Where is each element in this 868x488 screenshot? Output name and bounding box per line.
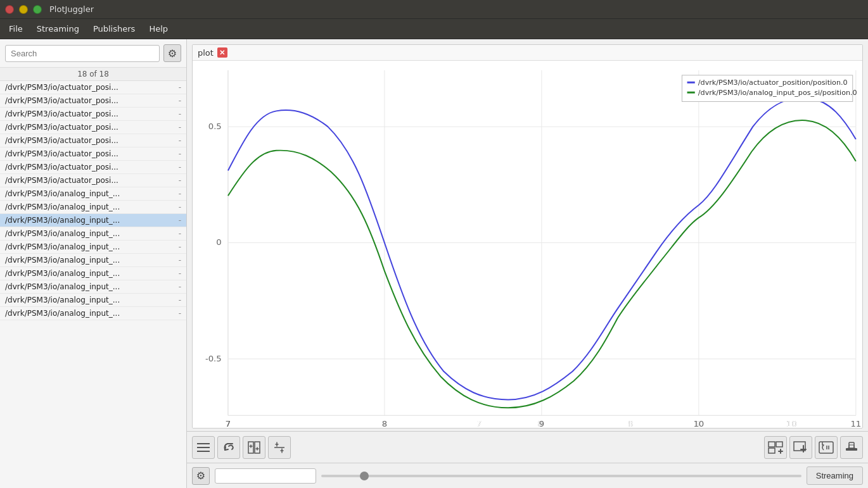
list-item-label: /dvrk/PSM3/io/analog_input_... (5, 242, 176, 251)
list-item[interactable]: /dvrk/PSM3/io/actuator_posi...- (0, 161, 186, 174)
sidebar-gear-button[interactable]: ⚙ (163, 44, 181, 62)
list-item-label: /dvrk/PSM3/io/analog_input_... (5, 229, 176, 238)
gear-icon: ⚙ (168, 47, 177, 59)
svg-text:0: 0 (216, 238, 221, 247)
list-item[interactable]: /dvrk/PSM3/io/actuator_posi...- (0, 121, 186, 134)
list-item[interactable]: /dvrk/PSM3/io/analog_input_...- (0, 201, 186, 214)
list-item[interactable]: /dvrk/PSM3/io/analog_input_...- (0, 227, 186, 241)
list-item[interactable]: /dvrk/PSM3/io/analog_input_...- (0, 267, 186, 280)
list-item-value: - (179, 269, 181, 278)
plot-title: plot (198, 48, 214, 58)
item-count: 18 of 18 (0, 68, 186, 81)
list-item-label: /dvrk/PSM3/io/actuator_posi... (5, 136, 176, 145)
plot-header: plot ✕ (193, 45, 862, 61)
list-item-label: /dvrk/PSM3/io/analog_input_... (5, 216, 176, 225)
list-item-value: - (179, 309, 181, 318)
list-item-value: - (179, 282, 181, 291)
list-item-value: - (179, 109, 181, 118)
list-view-button[interactable] (192, 436, 215, 459)
list-item-label: /dvrk/PSM3/io/actuator_posi... (5, 149, 176, 158)
list-item-value: - (179, 203, 181, 211)
add-panel-button[interactable] (764, 436, 787, 459)
add-plot-button[interactable] (789, 436, 812, 459)
chart-area: 0.5 0 -0.5 7 7 7 8 8 9 10 11 (193, 64, 862, 428)
statusbar-gear-button[interactable]: ⚙ (192, 467, 210, 485)
slider-thumb[interactable] (360, 472, 369, 480)
svg-rect-37 (687, 92, 695, 94)
split-horizontal-button[interactable] (268, 436, 291, 459)
list-item[interactable]: /dvrk/PSM3/io/analog_input_...- (0, 254, 186, 267)
svg-text:/dvrk/PSM3/io/analog_input_pos: /dvrk/PSM3/io/analog_input_pos_si/positi… (698, 89, 857, 97)
list-item-label: /dvrk/PSM3/io/actuator_posi... (5, 109, 176, 118)
list-item-label: /dvrk/PSM3/io/actuator_posi... (5, 83, 176, 92)
list-item[interactable]: /dvrk/PSM3/io/actuator_posi...- (0, 134, 186, 147)
minimize-window-button[interactable] (19, 5, 28, 14)
list-item-value: - (179, 229, 181, 238)
menu-file[interactable]: File (3, 22, 29, 36)
svg-rect-61 (819, 442, 833, 453)
menubar: File Streaming Publishers Help (0, 19, 868, 39)
list-item-value: - (179, 216, 181, 225)
add-plot-icon (793, 441, 808, 454)
list-item-label: /dvrk/PSM3/io/analog_input_... (5, 296, 176, 304)
search-bar: ⚙ (0, 39, 186, 68)
stamp-button[interactable] (840, 436, 863, 459)
replay-icon (819, 441, 834, 454)
svg-rect-35 (687, 82, 695, 84)
status-input[interactable] (215, 468, 316, 484)
sidebar: ⚙ 18 of 18 /dvrk/PSM3/io/actuator_posi..… (0, 39, 187, 488)
add-panel-icon (768, 441, 783, 454)
list-item[interactable]: /dvrk/PSM3/io/analog_input_...- (0, 307, 186, 320)
statusbar: ⚙ Streaming (187, 463, 868, 488)
list-item[interactable]: /dvrk/PSM3/io/actuator_posi...- (0, 94, 186, 108)
slider-track[interactable] (321, 475, 801, 477)
toolbar-bottom (187, 431, 868, 463)
svg-text:-0.5: -0.5 (205, 354, 222, 363)
svg-rect-40 (197, 447, 210, 448)
list-item[interactable]: /dvrk/PSM3/io/analog_input_...- (0, 280, 186, 294)
list-item-label: /dvrk/PSM3/io/actuator_posi... (5, 96, 176, 105)
list-item[interactable]: /dvrk/PSM3/io/analog_input_...- (0, 294, 186, 307)
list-item[interactable]: /dvrk/PSM3/io/actuator_posi...- (0, 108, 186, 121)
svg-rect-53 (769, 442, 775, 447)
list-item[interactable]: /dvrk/PSM3/io/actuator_posi...- (0, 147, 186, 161)
menu-publishers[interactable]: Publishers (87, 22, 141, 36)
list-item-label: /dvrk/PSM3/io/analog_input_... (5, 282, 176, 291)
slider-area (321, 475, 801, 477)
list-item-value: - (179, 176, 181, 185)
svg-text:8: 8 (382, 419, 387, 428)
link-button[interactable] (217, 436, 240, 459)
titlebar: PlotJuggler (0, 0, 868, 19)
list-item-label: /dvrk/PSM3/io/actuator_posi... (5, 123, 176, 132)
close-window-button[interactable] (5, 5, 14, 14)
streaming-button[interactable]: Streaming (807, 466, 863, 485)
list-item[interactable]: /dvrk/PSM3/io/analog_input_...- (0, 187, 186, 201)
list-item[interactable]: /dvrk/PSM3/io/analog_input_...- (0, 241, 186, 254)
list-item[interactable]: /dvrk/PSM3/io/actuator_posi...- (0, 174, 186, 187)
search-input[interactable] (5, 45, 160, 62)
split-v-icon (248, 441, 260, 454)
split-vertical-button[interactable] (243, 436, 265, 459)
plot-close-button[interactable]: ✕ (217, 47, 227, 58)
svg-text:7: 7 (476, 419, 482, 428)
list-item[interactable]: /dvrk/PSM3/io/analog_input_...- (0, 214, 186, 227)
gear-icon: ⚙ (196, 470, 205, 482)
list-item-label: /dvrk/PSM3/io/actuator_posi... (5, 176, 176, 185)
svg-text:11: 11 (850, 419, 861, 428)
list-item-label: /dvrk/PSM3/io/actuator_posi... (5, 163, 176, 172)
main-layout: ⚙ 18 of 18 /dvrk/PSM3/io/actuator_posi..… (0, 39, 868, 488)
list-item-value: - (179, 96, 181, 105)
list-item[interactable]: /dvrk/PSM3/io/actuator_posi...- (0, 81, 186, 94)
replay-button[interactable] (815, 436, 838, 459)
link-icon (222, 441, 235, 454)
list-item-value: - (179, 242, 181, 251)
svg-text:8: 8 (628, 419, 633, 428)
maximize-window-button[interactable] (33, 5, 42, 14)
app-title: PlotJuggler (49, 4, 94, 14)
list-item-label: /dvrk/PSM3/io/analog_input_... (5, 256, 176, 265)
chart-svg: 0.5 0 -0.5 7 7 7 8 8 9 10 11 (193, 64, 862, 428)
list-item-value: - (179, 149, 181, 158)
svg-rect-41 (197, 451, 210, 452)
menu-help[interactable]: Help (143, 22, 174, 36)
menu-streaming[interactable]: Streaming (30, 22, 86, 36)
